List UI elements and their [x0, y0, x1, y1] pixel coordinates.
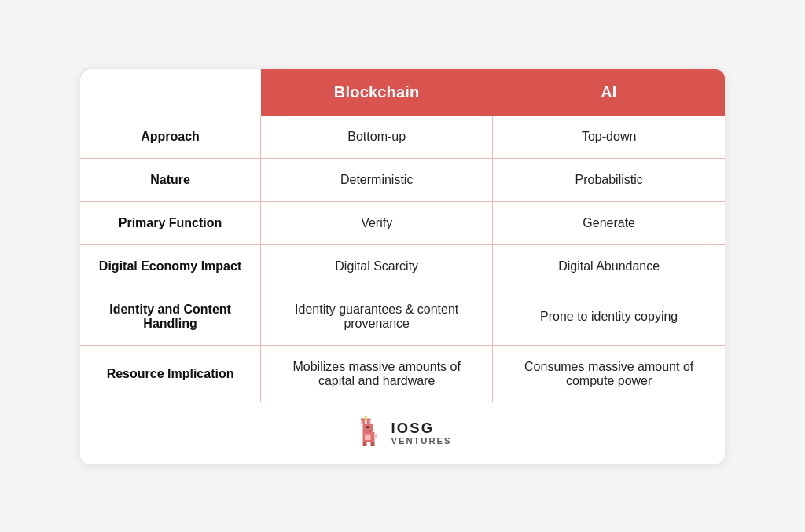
- row-ai: Generate: [493, 201, 725, 244]
- svg-rect-9: [363, 442, 367, 446]
- row-label: Approach: [80, 116, 261, 159]
- row-ai: Probabilistic: [493, 158, 725, 201]
- row-ai: Top-down: [493, 116, 725, 159]
- logo-icon: [353, 416, 384, 451]
- footer: IOSG VENTURES: [80, 402, 725, 464]
- comparison-card: Blockchain AI ApproachBottom-upTop-downN…: [80, 69, 725, 464]
- table-row: Digital Economy ImpactDigital ScarcityDi…: [80, 244, 725, 288]
- header-empty: [80, 69, 261, 116]
- table-row: Identity and Content HandlingIdentity gu…: [80, 288, 725, 345]
- table-wrapper: Blockchain AI ApproachBottom-upTop-downN…: [80, 69, 725, 402]
- svg-rect-8: [369, 430, 371, 432]
- svg-rect-6: [365, 416, 367, 420]
- row-blockchain: Deterministic: [261, 158, 493, 201]
- row-blockchain: Identity guarantees & content provenance: [261, 288, 493, 345]
- table-row: Primary FunctionVerifyGenerate: [80, 201, 725, 244]
- header-blockchain: Blockchain: [261, 69, 493, 116]
- row-ai: Consumes massive amount of compute power: [493, 345, 725, 402]
- row-ai: Prone to identity copying: [493, 288, 725, 345]
- table-row: Resource ImplicationMobilizes massive am…: [80, 345, 725, 402]
- svg-rect-10: [371, 442, 375, 446]
- table-header-row: Blockchain AI: [80, 69, 725, 116]
- row-ai: Digital Abundance: [493, 244, 725, 288]
- svg-rect-3: [361, 420, 363, 424]
- row-label: Identity and Content Handling: [80, 288, 261, 345]
- svg-rect-7: [367, 426, 369, 428]
- table-row: ApproachBottom-upTop-down: [80, 116, 725, 159]
- header-ai: AI: [493, 69, 725, 116]
- svg-rect-5: [369, 420, 371, 424]
- row-blockchain: Digital Scarcity: [261, 244, 493, 288]
- comparison-table: Blockchain AI ApproachBottom-upTop-downN…: [80, 69, 725, 402]
- logo-text: IOSG VENTURES: [391, 420, 451, 446]
- table-row: NatureDeterministicProbabilistic: [80, 158, 725, 201]
- row-label: Digital Economy Impact: [80, 244, 261, 288]
- row-label: Nature: [80, 158, 261, 201]
- logo-name: IOSG: [391, 420, 434, 436]
- row-label: Primary Function: [80, 201, 261, 244]
- row-blockchain: Verify: [261, 201, 493, 244]
- row-blockchain: Bottom-up: [261, 116, 493, 159]
- row-blockchain: Mobilizes massive amounts of capital and…: [261, 345, 493, 402]
- svg-rect-11: [375, 434, 377, 438]
- logo-sub: VENTURES: [391, 436, 451, 446]
- row-label: Resource Implication: [80, 345, 261, 402]
- svg-rect-12: [365, 434, 371, 440]
